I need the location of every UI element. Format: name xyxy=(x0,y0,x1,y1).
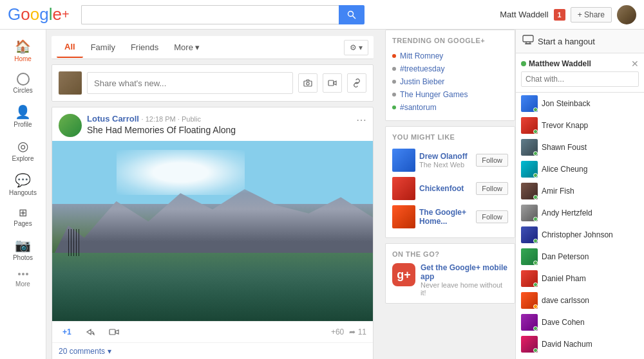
chat-username: Matthew Waddell xyxy=(529,59,591,68)
might-like-name[interactable]: Drew Olanoff xyxy=(419,152,472,161)
plusone-label: +1 xyxy=(62,327,71,336)
trending-label: Justin Bieber xyxy=(400,77,444,86)
contact-item[interactable]: Dan Peterson xyxy=(516,246,644,268)
trending-label: #santorum xyxy=(400,103,437,112)
search-input[interactable] xyxy=(81,5,339,24)
follow-button-2[interactable]: Follow xyxy=(476,210,508,223)
tabs-settings-button[interactable]: ⚙ ▾ xyxy=(344,40,368,55)
contact-item[interactable]: Shawn Foust xyxy=(516,136,644,158)
sidebar-item-hangouts[interactable]: 💬 Hangouts xyxy=(1,169,45,200)
might-like-name[interactable]: Chickenfoot xyxy=(419,184,472,193)
on-the-go-content: g+ Get the Google+ mobile app Never leav… xyxy=(392,263,508,297)
post-visibility: Public xyxy=(182,115,201,123)
sidebar-item-circles[interactable]: Circles xyxy=(1,69,45,98)
contact-item[interactable]: Amir Fish xyxy=(516,180,644,202)
might-like-avatar xyxy=(392,177,415,200)
tab-family[interactable]: Family xyxy=(83,37,123,57)
avatar[interactable] xyxy=(617,5,636,24)
sidebar-more-label[interactable]: More xyxy=(15,281,30,288)
contact-name: Alice Cheung xyxy=(542,165,587,174)
video-icon xyxy=(328,79,337,87)
notification-badge[interactable]: 1 xyxy=(554,9,565,21)
might-like-avatar xyxy=(392,205,415,228)
share-video-button[interactable] xyxy=(323,73,342,93)
header-username: Matt Waddell xyxy=(500,10,548,19)
follow-button-0[interactable]: Follow xyxy=(476,154,508,167)
share-input[interactable] xyxy=(87,72,293,94)
video-post-button[interactable] xyxy=(105,326,123,338)
contact-item[interactable]: David Nachum xyxy=(516,333,644,355)
contact-status-dot xyxy=(533,304,538,309)
tab-friends[interactable]: Friends xyxy=(123,37,166,57)
svg-rect-5 xyxy=(109,329,115,335)
dot xyxy=(26,273,28,275)
contact-name: Trevor Knapp xyxy=(542,121,588,130)
chat-close-button[interactable]: ✕ xyxy=(631,59,639,69)
contact-status-dot xyxy=(533,326,538,331)
share-button[interactable]: + Share xyxy=(571,7,612,23)
contact-avatar xyxy=(521,226,538,243)
sidebar-item-explore[interactable]: ◎ Explore xyxy=(1,134,45,166)
trending-item[interactable]: #treetuesday xyxy=(392,62,508,75)
content: All Family Friends More ▾ ⚙ ▾ xyxy=(46,30,515,359)
contact-item[interactable]: Jon Steinback xyxy=(516,93,644,115)
post-actions: +1 +60 ➦ 11 xyxy=(52,321,373,342)
hangout-title: Start a hangout xyxy=(538,37,595,46)
chat-input[interactable] xyxy=(521,71,639,87)
trending-item[interactable]: Justin Bieber xyxy=(392,75,508,88)
might-like-widget: YOU MIGHT LIKE Drew Olanoff The Next Web… xyxy=(385,126,515,238)
might-like-title: YOU MIGHT LIKE xyxy=(392,133,508,141)
post-time: · 12:18 PM · xyxy=(142,115,182,123)
contact-name: dave carlsson xyxy=(542,296,589,305)
contact-status-dot xyxy=(533,173,538,178)
trending-item[interactable]: Mitt Romney xyxy=(392,50,508,62)
contact-item[interactable]: Alice Cheung xyxy=(516,158,644,180)
sidebar-item-photos[interactable]: 📷 Photos xyxy=(1,234,45,265)
contact-status-dot xyxy=(533,282,538,287)
sidebar-item-home[interactable]: 🏠 Home xyxy=(1,35,45,66)
photos-icon: 📷 xyxy=(15,237,31,253)
plusone-count: +60 xyxy=(331,327,344,336)
follow-button-1[interactable]: Follow xyxy=(476,182,508,195)
contact-avatar xyxy=(521,95,538,112)
tab-all[interactable]: All xyxy=(57,37,83,58)
share-post-button[interactable] xyxy=(82,326,99,338)
contact-item[interactable]: Dave Cohen xyxy=(516,311,644,333)
hangouts-icon: 💬 xyxy=(15,172,31,188)
sidebar-more-dots xyxy=(18,273,28,275)
trending-item[interactable]: The Hunger Games xyxy=(392,88,508,101)
contact-item[interactable]: Daniel Pham xyxy=(516,268,644,290)
boat-mast xyxy=(73,229,74,256)
post-author-name[interactable]: Lotus Carroll xyxy=(87,114,139,124)
svg-point-3 xyxy=(307,82,309,85)
contact-item[interactable]: Christopher Johnson xyxy=(516,224,644,246)
post-author-avatar[interactable] xyxy=(59,114,82,137)
post-more-button[interactable]: ⋯ xyxy=(356,114,366,126)
search-button[interactable] xyxy=(339,5,365,24)
contact-name: Dave Cohen xyxy=(542,318,585,327)
share-link-button[interactable] xyxy=(347,73,366,93)
sidebar-label-pages: Pages xyxy=(14,220,32,227)
contact-item[interactable]: Andy Hertzfeld xyxy=(516,202,644,224)
post-comments-bar[interactable]: 20 comments ▾ xyxy=(52,342,373,359)
sidebar-label-circles: Circles xyxy=(13,87,33,94)
search-bar xyxy=(81,5,365,24)
boat-mast xyxy=(68,229,69,256)
dot xyxy=(18,273,21,275)
contact-item[interactable]: dave carlsson xyxy=(516,290,644,311)
on-the-go-main-label[interactable]: Get the Google+ mobile app xyxy=(421,263,508,281)
plusone-button[interactable]: +1 xyxy=(59,326,75,338)
contact-name: Amir Fish xyxy=(542,187,574,196)
share-photo-button[interactable] xyxy=(298,73,317,93)
sidebar-label-photos: Photos xyxy=(13,254,33,261)
logo[interactable]: Google+ xyxy=(8,5,70,24)
trending-label: Mitt Romney xyxy=(400,51,443,60)
tab-more[interactable]: More ▾ xyxy=(166,37,207,57)
hangout-start-button[interactable]: Start a hangout xyxy=(516,30,644,53)
trending-item[interactable]: #santorum xyxy=(392,101,508,114)
sidebar-item-profile[interactable]: 👤 Profile xyxy=(1,100,45,132)
google-plus-icon[interactable]: g+ xyxy=(392,263,415,286)
might-like-name[interactable]: The Google+ Home... xyxy=(419,208,472,226)
contact-item[interactable]: Trevor Knapp xyxy=(516,115,644,136)
sidebar-item-pages[interactable]: ⊞ Pages xyxy=(1,203,45,231)
